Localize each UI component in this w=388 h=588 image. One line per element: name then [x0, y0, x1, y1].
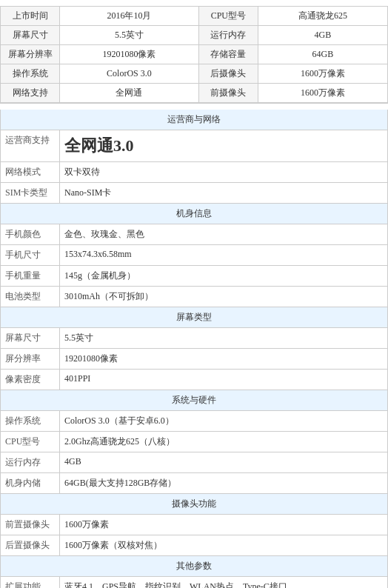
- detail-label: 屏分辨率: [1, 349, 60, 369]
- detail-value: Nano-SIM卡: [60, 183, 387, 203]
- detail-value: 4GB: [60, 452, 387, 472]
- basic-param-value: 5.5英寸: [60, 26, 199, 45]
- detail-label: 像素密度: [1, 370, 60, 390]
- detail-row: 屏幕尺寸5.5英寸: [0, 328, 388, 349]
- section-main-label: 运营商支持: [1, 130, 60, 161]
- detail-label: 手机尺寸: [1, 245, 60, 265]
- section-header-3: 系统与硬件: [0, 390, 388, 411]
- detail-value: 1600万像素: [60, 515, 387, 535]
- basic-param-label: 网络支持: [1, 84, 60, 103]
- detail-label: 电池类型: [1, 287, 60, 307]
- detail-label: 机身内储: [1, 473, 60, 493]
- basic-param-value: 64GB: [258, 45, 387, 64]
- detail-row: 屏分辨率19201080像素: [0, 349, 388, 370]
- basic-param-value: 1600万像素: [258, 64, 387, 84]
- basic-param-value: 全网通: [60, 84, 199, 103]
- basic-param-label: 操作系统: [1, 64, 60, 84]
- detail-label: 操作系统: [1, 411, 60, 431]
- detail-value: 145g（金属机身）: [60, 266, 387, 286]
- detail-label: CPU型号: [1, 432, 60, 452]
- detail-row: 电池类型3010mAh（不可拆卸）: [0, 287, 388, 307]
- detail-row: CPU型号2.0Ghz高通骁龙625（八核）: [0, 432, 388, 452]
- detail-value: 蓝牙4.1、GPS导航、指纹识别、WLAN热点、Type-C接口: [60, 577, 387, 588]
- basic-params-table: 上市时间2016年10月CPU型号高通骁龙625屏幕尺寸5.5英寸运行内存4GB…: [0, 6, 388, 103]
- basic-param-label: 存储容量: [198, 45, 258, 64]
- basic-param-label: CPU型号: [198, 7, 258, 26]
- detail-value: 3010mAh（不可拆卸）: [60, 287, 387, 307]
- section-header-1: 机身信息: [0, 204, 388, 224]
- detail-value: 金色、玫瑰金、黑色: [60, 224, 387, 244]
- detail-label: 扩展功能: [1, 577, 60, 588]
- detail-row: 前置摄像头1600万像素: [0, 515, 388, 535]
- basic-param-label: 后摄像头: [198, 64, 258, 84]
- basic-params-header: [0, 0, 388, 6]
- detail-value: 2.0Ghz高通骁龙625（八核）: [60, 432, 387, 452]
- basic-param-label: 上市时间: [1, 7, 60, 26]
- detail-row: 后置摄像头1600万像素（双核对焦）: [0, 535, 388, 556]
- basic-param-value: ColorOS 3.0: [60, 64, 199, 84]
- detail-value: 双卡双待: [60, 162, 387, 182]
- detail-row: 扩展功能蓝牙4.1、GPS导航、指纹识别、WLAN热点、Type-C接口: [0, 577, 388, 588]
- section-header-0: 运营商与网络: [0, 110, 388, 130]
- detail-value: 153x74.3x6.58mm: [60, 245, 387, 265]
- basic-param-label: 屏幕尺寸: [1, 26, 60, 45]
- detail-label: 运行内存: [1, 452, 60, 472]
- detail-label: 手机重量: [1, 266, 60, 286]
- detail-sections: 运营商与网络运营商支持全网通3.0网络模式双卡双待SIM卡类型Nano-SIM卡…: [0, 110, 388, 588]
- section-header-2: 屏幕类型: [0, 307, 388, 328]
- basic-param-label: 前摄像头: [198, 84, 258, 103]
- detail-value: 5.5英寸: [60, 328, 387, 348]
- detail-label: 屏幕尺寸: [1, 328, 60, 348]
- detail-label: 网络模式: [1, 162, 60, 182]
- detail-row: 机身内储64GB(最大支持128GB存储）: [0, 473, 388, 494]
- detail-row: 网络模式双卡双待: [0, 162, 388, 183]
- detail-row: 运行内存4GB: [0, 452, 388, 473]
- basic-param-label: 运行内存: [198, 26, 258, 45]
- detail-value: 19201080像素: [60, 349, 387, 369]
- detail-row: 手机尺寸153x74.3x6.58mm: [0, 245, 388, 266]
- detail-row: 操作系统ColorOS 3.0（基于安卓6.0）: [0, 411, 388, 432]
- basic-param-label: 屏幕分辨率: [1, 45, 60, 64]
- detail-value: 1600万像素（双核对焦）: [60, 535, 387, 555]
- detail-value: ColorOS 3.0（基于安卓6.0）: [60, 411, 387, 431]
- basic-param-value: 19201080像素: [60, 45, 199, 64]
- detail-title: [0, 103, 388, 110]
- section-main-value: 全网通3.0: [60, 130, 138, 161]
- basic-param-value: 高通骁龙625: [258, 7, 387, 26]
- basic-param-value: 1600万像素: [258, 84, 387, 103]
- detail-label: 前置摄像头: [1, 515, 60, 535]
- basic-param-value: 4GB: [258, 26, 387, 45]
- basic-param-value: 2016年10月: [60, 7, 199, 26]
- detail-row: 像素密度401PPI: [0, 370, 388, 390]
- detail-label: 手机颜色: [1, 224, 60, 244]
- detail-label: 后置摄像头: [1, 535, 60, 555]
- section-main-row: 运营商支持全网通3.0: [0, 130, 388, 162]
- section-header-4: 摄像头功能: [0, 494, 388, 515]
- detail-row: 手机颜色金色、玫瑰金、黑色: [0, 224, 388, 245]
- detail-label: SIM卡类型: [1, 183, 60, 203]
- section-header-5: 其他参数: [0, 556, 388, 577]
- detail-value: 401PPI: [60, 370, 387, 390]
- detail-row: 手机重量145g（金属机身）: [0, 266, 388, 287]
- detail-row: SIM卡类型Nano-SIM卡: [0, 183, 388, 204]
- detail-value: 64GB(最大支持128GB存储）: [60, 473, 387, 493]
